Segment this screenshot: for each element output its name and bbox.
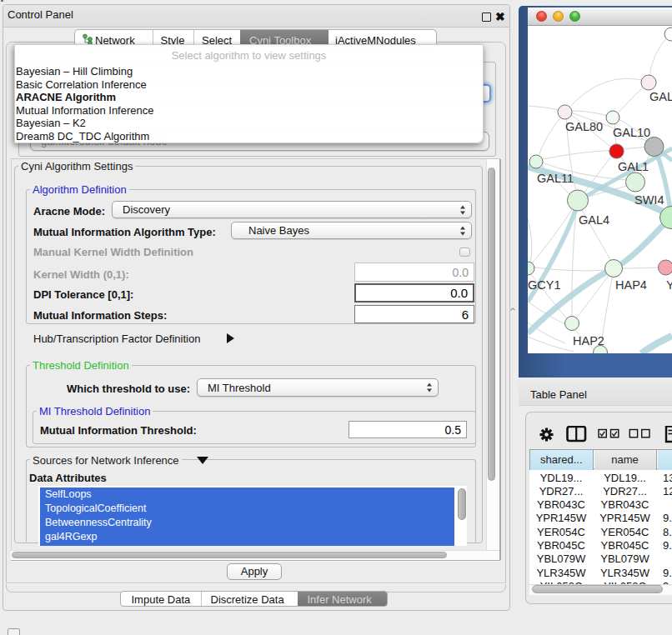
svg-text:Y: Y <box>666 278 672 292</box>
svg-text:GCY1: GCY1 <box>528 278 561 292</box>
svg-text:GAL10: GAL10 <box>613 126 650 139</box>
svg-text:GAL7: GAL7 <box>649 90 672 103</box>
svg-text:GAL11: GAL11 <box>537 172 574 185</box>
svg-text:HAP2: HAP2 <box>573 334 604 348</box>
svg-text:GAL4: GAL4 <box>579 213 609 227</box>
svg-text:HAP4: HAP4 <box>615 278 647 292</box>
svg-text:GAL80: GAL80 <box>565 120 603 133</box>
svg-text:GAL1: GAL1 <box>618 160 649 173</box>
svg-text:SWI4: SWI4 <box>634 193 664 207</box>
